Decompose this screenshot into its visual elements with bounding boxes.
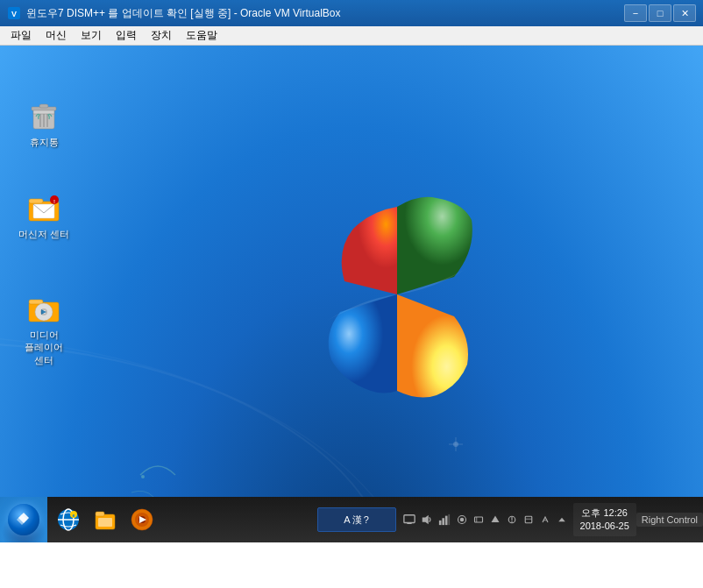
explorer-button[interactable] <box>88 502 123 537</box>
ime-han: 漢 <box>352 514 362 527</box>
desktop-icon-recycle-bin[interactable]: 휴지통 <box>12 94 75 152</box>
ime-a: A <box>344 514 350 525</box>
recycle-bin-icon <box>26 97 61 132</box>
desktop-icon-media-player[interactable]: 미디어 플레이어 센터 <box>12 287 75 370</box>
tray-icon-3[interactable] <box>471 512 486 528</box>
close-button[interactable]: ✕ <box>673 4 696 22</box>
ime-area[interactable]: A 漢 ? <box>317 507 396 532</box>
svg-point-47 <box>459 518 464 522</box>
taskbar: e <box>0 497 703 542</box>
tray-network-icon-1[interactable] <box>437 512 452 528</box>
clock-date: 2018-06-25 <box>580 520 629 533</box>
titlebar: V 윈도우7 DISM++ 를 업데이트 확인 [실행 중] - Oracle … <box>0 0 703 26</box>
clock-time: 오후 12:26 <box>580 507 629 520</box>
tray-speaker-icon[interactable] <box>419 512 435 528</box>
svg-marker-41 <box>422 515 428 525</box>
quicklaunch-area: e <box>47 497 163 542</box>
svg-rect-53 <box>525 516 532 523</box>
message-center-icon: ! <box>26 189 61 224</box>
menu-device[interactable]: 장치 <box>144 26 179 45</box>
svg-text:!: ! <box>53 199 55 204</box>
svg-marker-56 <box>558 518 565 522</box>
tray-icon-2[interactable] <box>454 512 470 528</box>
menu-machine[interactable]: 머신 <box>39 26 74 45</box>
tray-arrow-up-icon[interactable] <box>554 512 570 528</box>
svg-rect-43 <box>442 518 444 525</box>
media-player-label: 미디어 플레이어 센터 <box>16 329 72 366</box>
windows-logo <box>283 181 511 408</box>
svg-rect-38 <box>403 515 414 523</box>
titlebar-controls: − □ ✕ <box>624 4 696 22</box>
tray-extra-icons <box>454 512 570 528</box>
tray-icon-4[interactable] <box>487 512 503 528</box>
svg-rect-16 <box>29 199 43 203</box>
desktop-icon-message-center[interactable]: ! 머신저 센터 <box>12 186 75 244</box>
menubar: 파일 머신 보기 입력 장치 도움말 <box>0 26 703 46</box>
right-control-label: Right Control <box>636 513 703 527</box>
tray-icon-5[interactable] <box>504 512 520 528</box>
menu-input[interactable]: 입력 <box>109 26 144 45</box>
menu-help[interactable]: 도움말 <box>179 26 224 45</box>
svg-text:V: V <box>11 10 17 18</box>
svg-rect-32 <box>96 512 104 516</box>
svg-rect-11 <box>39 104 48 108</box>
tray-icon-7[interactable] <box>537 512 553 528</box>
tray-icons <box>398 512 573 528</box>
ie-button[interactable]: e <box>51 502 86 537</box>
svg-text:e: e <box>73 513 75 518</box>
start-orb <box>8 504 39 535</box>
svg-rect-45 <box>448 514 450 525</box>
svg-point-4 <box>141 475 145 478</box>
svg-rect-42 <box>438 521 441 525</box>
svg-point-52 <box>511 521 513 523</box>
clock[interactable]: 오후 12:26 2018-06-25 <box>573 503 636 537</box>
svg-rect-48 <box>474 517 482 522</box>
svg-rect-21 <box>29 300 43 304</box>
titlebar-title: 윈도우7 DISM++ 를 업데이트 확인 [실행 중] - Oracle VM… <box>26 6 624 21</box>
tray-monitor-icon[interactable] <box>401 512 417 528</box>
minimize-button[interactable]: − <box>624 4 647 22</box>
menu-view[interactable]: 보기 <box>74 26 109 45</box>
svg-rect-44 <box>444 516 447 526</box>
start-button[interactable] <box>0 497 47 542</box>
media-player-taskbar-button[interactable] <box>124 502 160 537</box>
menu-file[interactable]: 파일 <box>4 26 39 45</box>
tray-icon-6[interactable] <box>521 512 536 528</box>
titlebar-icon: V <box>7 6 21 20</box>
vm-desktop: 휴지통 ! 머신저 센터 <box>0 46 703 542</box>
media-player-icon <box>26 290 61 325</box>
taskbar-right: A 漢 ? <box>317 497 703 542</box>
ime-question: ? <box>364 514 369 525</box>
message-center-label: 머신저 센터 <box>18 228 69 240</box>
recycle-bin-label: 휴지통 <box>30 136 59 148</box>
svg-rect-33 <box>98 518 112 527</box>
restore-button[interactable]: □ <box>649 4 671 22</box>
